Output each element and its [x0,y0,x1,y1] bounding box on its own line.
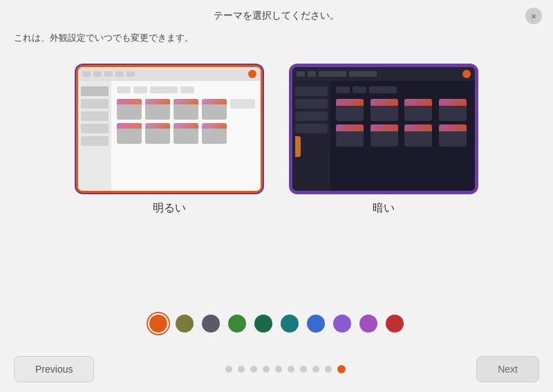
light-mock-body [78,81,261,191]
dark-theme-preview[interactable] [290,65,477,193]
dark-toolbar-3 [369,86,397,93]
dark-sidebar-2 [295,99,328,109]
dark-mock-header [292,67,475,81]
mock-btn-5 [126,71,135,77]
color-teal[interactable] [281,315,299,333]
dark-theme-label: 暗い [373,201,395,216]
color-gray[interactable] [202,315,220,333]
theme-light[interactable]: 明るい [76,65,263,295]
dark-toolbar [336,86,469,93]
dark-orange-dot [462,70,471,78]
color-picker [0,309,553,346]
toolbar-btn-4 [180,86,194,93]
dark-folder-4 [439,99,467,121]
dark-mock-body [292,81,475,191]
dark-folder-2 [371,99,398,121]
color-red[interactable] [386,315,404,333]
page-dot-6 [288,366,294,373]
page-dot-2 [238,366,245,373]
light-mock-sidebar [78,81,111,191]
mock-sidebar-1 [81,86,109,96]
toolbar-btn-1 [117,86,131,93]
page-dot-3 [250,366,257,373]
dark-mock-content [330,81,475,191]
theme-dark[interactable]: 暗い [290,65,477,295]
dark-btn-2 [308,71,316,77]
dark-btn-1 [297,71,305,77]
mock-btn-2 [93,71,102,77]
color-violet[interactable] [359,315,377,333]
mock-sidebar-3 [81,111,109,121]
dark-sidebar-1 [295,86,328,96]
dark-btn-4 [349,71,377,77]
folder-2 [145,99,170,120]
dark-toolbar-1 [336,86,350,93]
mock-toolbar [117,86,255,93]
mock-folders [117,99,255,144]
title-bar: テーマを選択してください。 × [0,0,553,32]
mock-btn-1 [82,71,91,77]
page-dot-7 [300,366,307,373]
dialog-title: テーマを選択してください。 [214,10,339,22]
color-blue[interactable] [307,315,325,333]
previous-button[interactable]: Previous [14,356,94,382]
color-dark-green[interactable] [254,315,272,333]
page-dot-5 [275,366,282,373]
close-button[interactable]: × [525,8,542,24]
page-dot-10 [337,365,346,373]
folder-7 [174,123,198,144]
folder-empty [230,123,255,144]
color-olive[interactable] [176,315,194,333]
page-dot-8 [312,366,319,373]
page-dot-1 [225,366,232,373]
dark-folder-1 [336,99,364,121]
dark-folder-5 [336,124,364,147]
dark-folder-7 [404,124,432,147]
bottom-bar: Previous Next [0,346,553,392]
dialog: テーマを選択してください。 × これは、外観設定でいつでも変更できます。 [0,0,553,392]
toolbar-btn-3 [150,86,178,93]
mock-btn-3 [104,71,113,77]
dark-folder-6 [371,124,398,147]
folder-8 [202,123,227,144]
light-mock [78,67,261,191]
themes-area: 明るい [0,51,553,309]
mock-sidebar-4 [81,124,109,133]
mock-orange-dot [248,70,256,78]
mock-line-1 [230,99,255,109]
folder-4 [202,99,227,120]
dark-btn-3 [319,71,346,77]
folder-5 [117,123,142,144]
pagination [225,365,346,373]
color-green[interactable] [228,315,246,333]
mock-btn-4 [115,71,124,77]
dark-sidebar-4 [295,124,328,133]
mock-sidebar-5 [81,136,109,146]
dark-accent-bar [295,136,301,157]
dark-sidebar-3 [295,111,328,121]
dark-mock [292,67,475,191]
dark-folder-3 [404,99,432,121]
dark-folders [336,99,469,147]
light-mock-header [78,67,261,81]
page-dot-4 [263,366,270,373]
light-theme-label: 明るい [153,201,186,216]
close-icon: × [531,11,536,21]
dark-folder-8 [439,124,467,147]
dark-mock-sidebar [292,81,330,191]
folder-3 [174,99,198,120]
folder-6 [145,123,170,144]
page-dot-9 [325,366,332,373]
folder-1 [117,99,142,120]
color-purple[interactable] [333,315,351,333]
subtitle: これは、外観設定でいつでも変更できます。 [0,32,553,51]
color-orange[interactable] [149,315,167,333]
light-mock-content [111,81,261,191]
dark-toolbar-2 [353,86,366,93]
next-button[interactable]: Next [476,356,539,382]
toolbar-btn-2 [133,86,147,93]
mock-sidebar-2 [81,99,109,109]
light-theme-preview[interactable] [76,65,263,193]
